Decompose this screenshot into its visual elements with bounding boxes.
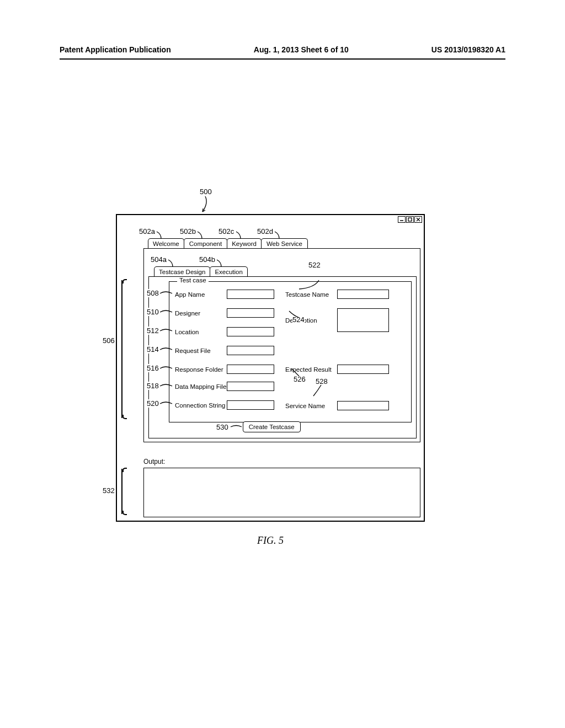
input-connection-string[interactable]: [227, 400, 274, 410]
tab-execution[interactable]: Execution: [210, 266, 248, 277]
ref-504a: 504a: [151, 255, 167, 264]
ref-506: 506: [103, 336, 115, 345]
input-service-name[interactable]: [337, 401, 389, 410]
ref-532: 532: [103, 486, 115, 495]
svg-rect-1: [408, 218, 412, 221]
input-request-file[interactable]: [227, 346, 274, 355]
input-expected-result[interactable]: [337, 365, 389, 374]
create-testcase-button[interactable]: Create Testcase: [243, 421, 301, 432]
figure-caption: FIG. 5: [116, 535, 425, 547]
ref-526: 526: [294, 375, 306, 383]
maximize-icon[interactable]: [406, 216, 414, 223]
tab-keyword[interactable]: Keyword: [227, 238, 262, 249]
input-response-folder[interactable]: [227, 365, 274, 374]
fieldset-legend: Test case: [177, 277, 209, 283]
input-designer[interactable]: [227, 308, 274, 318]
tab-testcase-design-label: Testcase Design: [159, 269, 205, 275]
ref-524: 524: [292, 315, 305, 324]
ref-508: 508: [147, 289, 159, 297]
page-header: Patent Application Publication Aug. 1, 2…: [60, 45, 505, 54]
header-left: Patent Application Publication: [60, 45, 171, 54]
bracket-532: [121, 469, 122, 514]
ref-502c: 502c: [218, 227, 234, 235]
bracket-506: [121, 280, 122, 418]
ref-522: 522: [308, 261, 321, 269]
close-icon[interactable]: [414, 216, 422, 223]
tab-web-service[interactable]: Web Service: [261, 238, 308, 249]
figure-5: 500 502a 502b 502c 502d Welcome Componen…: [116, 193, 425, 522]
input-description[interactable]: [337, 308, 389, 332]
tabs-secondary: Testcase Design Execution: [154, 266, 247, 277]
ref-528: 528: [316, 377, 328, 386]
ref-520: 520: [147, 399, 159, 408]
tab-component-label: Component: [189, 240, 222, 247]
header-center: Aug. 1, 2013 Sheet 6 of 10: [254, 45, 349, 54]
input-app-name[interactable]: [227, 290, 274, 299]
label-service-name: Service Name: [285, 403, 337, 409]
label-connection-string: Connection String: [175, 402, 227, 409]
label-location: Location: [175, 329, 227, 335]
tab-web-service-label: Web Service: [266, 240, 302, 247]
ref-502a: 502a: [139, 227, 155, 235]
output-box[interactable]: [143, 468, 420, 517]
ref-514: 514: [147, 345, 159, 354]
ref-530: 530: [216, 423, 228, 431]
main-panel: 504a 504b Testcase Design Execution Test…: [143, 248, 420, 442]
tab-keyword-label: Keyword: [232, 240, 257, 247]
label-designer: Designer: [175, 310, 227, 317]
ref-504b: 504b: [199, 255, 215, 264]
tab-welcome-label: Welcome: [153, 240, 179, 247]
input-location[interactable]: [227, 327, 274, 336]
tab-testcase-design[interactable]: Testcase Design: [154, 266, 210, 277]
minimize-icon[interactable]: [398, 216, 406, 223]
input-data-mapping-file[interactable]: [227, 382, 274, 391]
ref-502d: 502d: [257, 227, 273, 235]
label-app-name: App Name: [175, 291, 227, 298]
create-testcase-label: Create Testcase: [249, 424, 295, 430]
label-testcase-name: Testcase Name: [285, 291, 337, 298]
input-testcase-name[interactable]: [337, 290, 389, 299]
sub-panel: Test case App Name Designer Location: [148, 276, 417, 438]
ref-500: 500: [200, 188, 212, 196]
app-window: 502a 502b 502c 502d Welcome Component Ke…: [116, 214, 425, 522]
label-data-mapping-file: Data Mapping File: [175, 383, 227, 390]
tab-component[interactable]: Component: [184, 238, 227, 249]
output-label: Output:: [143, 458, 165, 465]
header-rule: [60, 58, 505, 60]
tab-execution-label: Execution: [215, 269, 243, 275]
window-controls: [398, 216, 422, 223]
ref-512: 512: [147, 326, 159, 335]
testcase-fieldset: Test case App Name Designer Location: [169, 281, 412, 422]
tab-welcome[interactable]: Welcome: [148, 238, 184, 249]
label-expected-result: Expected Result: [285, 366, 337, 373]
label-response-folder: Response Folder: [175, 366, 227, 373]
ref-518: 518: [147, 382, 159, 390]
ref-516: 516: [147, 364, 159, 372]
tabs-primary: Welcome Component Keyword Web Service: [148, 238, 307, 249]
label-request-file: Request File: [175, 347, 227, 354]
ref-502b: 502b: [180, 227, 196, 235]
ref-510: 510: [147, 308, 159, 316]
header-right: US 2013/0198320 A1: [431, 45, 505, 54]
